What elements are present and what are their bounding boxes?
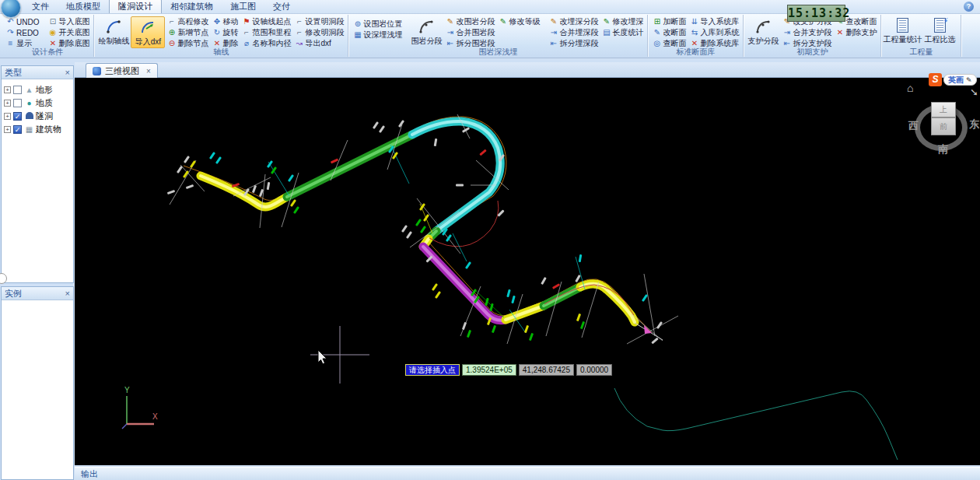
output-bar[interactable]: 输出 xyxy=(75,467,980,480)
merge-icon: ⇥ xyxy=(548,28,558,37)
mouse-cursor xyxy=(318,350,327,364)
view-cube[interactable]: 上 前 西 东 南 xyxy=(902,80,980,158)
view-cube-front-face[interactable]: 前 xyxy=(931,117,956,135)
set-rock-position-button[interactable]: ⊚设围岩位置 xyxy=(351,19,404,30)
tab-file[interactable]: 文件 xyxy=(23,0,58,13)
help-icon[interactable]: ? xyxy=(964,2,974,12)
merge-rock-segment-button[interactable]: ⇥合并围岩段 xyxy=(443,27,541,38)
add-section-button[interactable]: ⊞加断面 xyxy=(650,16,688,27)
station-label xyxy=(642,294,648,302)
leader-line xyxy=(582,282,599,338)
south-branch-line xyxy=(614,388,898,460)
import-system-library-button[interactable]: ⇊导入系统库 xyxy=(688,16,740,27)
station-label xyxy=(462,127,470,133)
range-mileage-button[interactable]: ⌐范围和里程 xyxy=(240,27,292,38)
tree-item-tunnel[interactable]: + ✓ 隧洞 xyxy=(4,110,73,123)
quantity-statistics-button[interactable]: 工程量统计 xyxy=(884,16,921,45)
main-area: 三维视图 × YX 输出 xyxy=(75,58,980,480)
recorder-name: 英画 ✎ xyxy=(943,74,977,86)
support-segment-button[interactable]: 支护分段 xyxy=(746,16,780,47)
curve-segment-icon xyxy=(754,19,772,34)
tab-construction-drawing[interactable]: 施工图 xyxy=(222,0,264,13)
merge-support-segment-button[interactable]: ⇥合并支护段 xyxy=(780,27,833,38)
redo-button[interactable]: ↷REDO xyxy=(4,27,40,38)
expand-icon[interactable]: + xyxy=(4,126,11,133)
station-label xyxy=(177,166,183,173)
modify-section-button[interactable]: ✎改断面 xyxy=(650,27,688,38)
tab-adjacent-buildings[interactable]: 相邻建筑物 xyxy=(162,0,222,13)
import-basemap-button[interactable]: ⊡导入底图 xyxy=(46,16,91,27)
delete-support-button[interactable]: ✕删除支护 xyxy=(833,27,878,38)
station-label xyxy=(656,321,663,329)
merge-depth-segment-button[interactable]: ⇥合并埋深段 xyxy=(547,27,600,38)
save-to-system-button[interactable]: ⇆入库到系统 xyxy=(688,27,740,38)
modify-depth-segment-button[interactable]: ✎改埋深分段 xyxy=(547,16,600,27)
length-statistics-button[interactable]: ▤长度统计 xyxy=(600,27,645,38)
draw-axis-button[interactable]: 绘制轴线 xyxy=(96,16,131,47)
compass-east[interactable]: 东 xyxy=(969,117,979,131)
tree-item-terrain[interactable]: + ▲ 地形 xyxy=(4,83,73,96)
geology-checkbox[interactable] xyxy=(13,99,22,107)
station-label xyxy=(184,156,190,163)
edit-icon: ✎ xyxy=(601,17,611,26)
add-node-button[interactable]: ⊕新增节点 xyxy=(165,27,210,38)
station-label xyxy=(541,277,547,285)
station-label xyxy=(511,296,515,303)
set-axis-start-button[interactable]: ⚑设轴线起点 xyxy=(240,16,292,27)
modify-open-cut-button[interactable]: ⌐修改明洞段 xyxy=(292,27,345,38)
move-button[interactable]: ✥移动 xyxy=(210,16,240,27)
tree-item-geology[interactable]: + ● 地质 xyxy=(4,96,73,110)
modify-depth-button[interactable]: ✎修改埋深 xyxy=(600,16,645,27)
view-cube-top-face[interactable]: 上 xyxy=(931,102,956,117)
project-compare-button[interactable]: ⚡ 工程比选 xyxy=(921,16,958,45)
tab-delivery[interactable]: 交付 xyxy=(264,0,299,13)
station-label xyxy=(401,225,408,233)
modify-segment-icon: ✎ xyxy=(548,17,558,26)
view-cube-box[interactable]: 上 前 xyxy=(931,102,956,135)
axis-z-line xyxy=(122,424,127,429)
close-icon[interactable]: × xyxy=(65,68,70,77)
toggle-basemap-button[interactable]: ◉开关底图 xyxy=(46,27,91,38)
station-label xyxy=(288,174,294,182)
modify-grade-button[interactable]: ✎修改等级 xyxy=(496,16,541,27)
station-label xyxy=(492,325,496,333)
station-label xyxy=(552,283,560,289)
delete-icon: ✕ xyxy=(835,28,845,37)
import-dxf-button[interactable]: 导入dxf xyxy=(131,16,165,48)
expand-icon[interactable]: + xyxy=(4,86,11,93)
viewport-3d[interactable]: YX xyxy=(75,78,980,465)
move-icon: ✥ xyxy=(212,17,222,26)
tab-3d-view[interactable]: 三维视图 × xyxy=(86,63,158,78)
expand-icon[interactable]: + xyxy=(4,100,11,107)
type-panel: 类型 × + ▲ 地形 + ● 地质 + ✓ xyxy=(1,65,74,283)
expand-icon[interactable]: + xyxy=(4,113,11,120)
close-icon[interactable]: × xyxy=(146,67,151,75)
station-label xyxy=(575,275,581,282)
compass-west[interactable]: 西 xyxy=(908,119,919,133)
rotate-button[interactable]: ↻旋转 xyxy=(210,27,240,38)
station-label xyxy=(529,333,534,341)
close-icon[interactable]: × xyxy=(65,289,70,298)
ribbon-group-design-conditions: ↶UNDO ↷REDO ≡显示 ⊡导入底图 ◉开关底图 ✕删除底图 设计条件 xyxy=(2,15,94,57)
tab-tunnel-design[interactable]: 隧洞设计 xyxy=(109,0,162,13)
merge-icon: ⇥ xyxy=(445,28,455,37)
set-open-cut-button[interactable]: ⌐设置明洞段 xyxy=(292,16,345,27)
tunnel-checkbox[interactable]: ✓ xyxy=(13,112,22,121)
station-label xyxy=(331,159,338,164)
tab-geology-model[interactable]: 地质模型 xyxy=(58,0,109,13)
station-label xyxy=(379,125,385,133)
rock-segment-button[interactable]: 围岩分段 xyxy=(409,16,443,47)
modify-rock-segment-button[interactable]: ✎改围岩分段 xyxy=(443,16,496,27)
tree-item-buildings[interactable]: + ✓ ▦ 建筑物 xyxy=(4,123,73,136)
buildings-checkbox[interactable]: ✓ xyxy=(13,125,22,134)
terrain-checkbox[interactable] xyxy=(13,86,22,94)
building-icon: ▦ xyxy=(24,125,34,134)
tunnel-highlight-south-magenta xyxy=(423,247,506,321)
partial-circle-icon xyxy=(0,273,7,284)
elevation-edit-button[interactable]: ⌐高程修改 xyxy=(165,16,210,27)
compass-south[interactable]: 南 xyxy=(938,142,948,156)
station-label xyxy=(186,184,194,189)
set-burial-depth-button[interactable]: ▦设深埋浅埋 xyxy=(351,30,404,40)
undo-button[interactable]: ↶UNDO xyxy=(4,16,40,27)
leader-line xyxy=(390,145,409,184)
